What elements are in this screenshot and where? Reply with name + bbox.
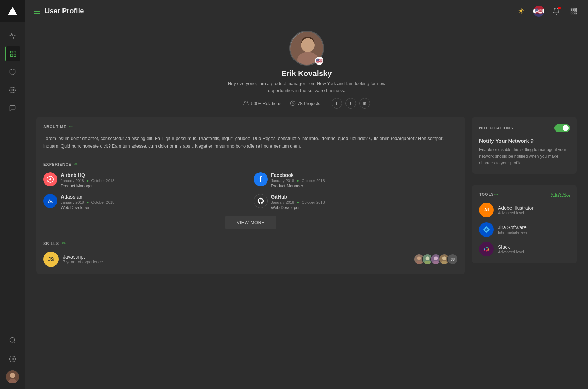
experience-divider xyxy=(43,235,458,235)
facebook-logo: f xyxy=(254,172,268,186)
slack-info: Slack Advanced level xyxy=(498,244,524,254)
exp-facebook: f Facebook January 2018 ● October 2018 P… xyxy=(254,172,459,188)
svg-point-51 xyxy=(487,247,488,248)
sidebar-item-activity[interactable] xyxy=(5,28,20,43)
search-icon xyxy=(9,337,16,344)
atlassian-icon xyxy=(46,197,54,205)
user-avatar-small[interactable] xyxy=(6,370,19,383)
about-edit-icon[interactable]: ✏ xyxy=(69,124,73,129)
skill-js-avatars: 38 xyxy=(414,254,458,265)
sidebar-item-search[interactable] xyxy=(5,332,20,348)
sidebar xyxy=(0,0,25,389)
github-details: GitHub January 2018 ● October 2018 Web D… xyxy=(271,194,325,210)
svg-point-52 xyxy=(487,250,489,251)
atlassian-dates: January 2018 ● October 2018 xyxy=(61,200,114,204)
ai-level: Advanced level xyxy=(498,211,534,215)
slack-level: Advanced level xyxy=(498,250,524,254)
facebook-company: Facebook xyxy=(271,172,325,178)
atlassian-role: Web Developer xyxy=(61,205,114,210)
airbnb-company: Airbnb HQ xyxy=(61,172,114,178)
view-more-button[interactable]: VIEW MORE xyxy=(225,216,276,229)
notification-dot xyxy=(558,7,561,9)
sidebar-item-settings[interactable] xyxy=(5,351,20,367)
cpu-icon xyxy=(9,87,16,93)
tools-label: TOOLS xyxy=(479,192,494,196)
github-logo xyxy=(254,194,268,208)
svg-point-35 xyxy=(417,256,421,260)
notifications-header: NOTIFICATIONS xyxy=(479,124,570,132)
svg-rect-24 xyxy=(573,10,574,12)
sidebar-item-box[interactable] xyxy=(5,64,20,80)
github-role: Web Developer xyxy=(271,205,325,210)
menu-button[interactable] xyxy=(34,9,40,14)
sun-button[interactable]: ☀ xyxy=(515,5,527,17)
skill-js-badge: JS xyxy=(43,252,59,267)
twitter-link[interactable]: t xyxy=(345,98,356,109)
ai-logo: Ai xyxy=(479,203,494,217)
skills-edit-icon[interactable]: ✏ xyxy=(62,241,66,246)
github-dates: January 2018 ● October 2018 xyxy=(271,200,325,204)
header-left: User Profile xyxy=(34,7,84,15)
header-right: ☀ 🇺🇸 xyxy=(515,5,580,17)
about-text: Lorem ipsum dolor sit amet, consectetur … xyxy=(43,135,458,150)
sidebar-item-messages[interactable] xyxy=(5,100,20,116)
notifications-button[interactable] xyxy=(550,5,562,17)
flag-icon: 🇺🇸 xyxy=(533,6,544,17)
github-company: GitHub xyxy=(271,194,325,200)
social-links: f t in xyxy=(332,98,370,109)
tools-edit-icon[interactable]: ✏ xyxy=(494,192,498,197)
hamburger-line-1 xyxy=(34,9,40,9)
two-column-layout: ABOUT ME ✏ Lorem ipsum dolor sit amet, c… xyxy=(36,117,577,274)
main-area: User Profile ☀ 🇺🇸 xyxy=(25,0,588,389)
experience-label: EXPERIENCE xyxy=(43,162,72,166)
ai-info: Adobe Illustrator Advanced level xyxy=(498,205,534,215)
svg-point-38 xyxy=(426,256,430,260)
slack-logo xyxy=(479,242,494,256)
page-title: User Profile xyxy=(45,7,84,15)
svg-rect-5 xyxy=(12,89,14,91)
sidebar-nav xyxy=(5,22,20,332)
sidebar-logo[interactable] xyxy=(0,0,25,22)
about-header: ABOUT ME ✏ xyxy=(43,124,458,129)
sun-icon: ☀ xyxy=(518,7,525,16)
ai-name: Adobe Illustrator xyxy=(498,205,534,211)
exp-atlassian: Atlassian January 2018 ● October 2018 We… xyxy=(43,194,248,210)
view-all-button[interactable]: VIEW ALL xyxy=(551,192,570,197)
facebook-dates: January 2018 ● October 2018 xyxy=(271,179,325,183)
svg-line-15 xyxy=(14,342,15,343)
linkedin-link[interactable]: in xyxy=(359,98,370,109)
hamburger-line-3 xyxy=(34,13,40,14)
notifications-toggle[interactable] xyxy=(554,124,570,132)
notifications-label: NOTIFICATIONS xyxy=(479,126,513,130)
svg-rect-0 xyxy=(10,51,13,53)
svg-rect-23 xyxy=(571,10,572,12)
jira-info: Jira Software Intermediate level xyxy=(498,225,528,234)
profile-avatar-container: 🇺🇸 xyxy=(289,31,324,66)
activity-icon xyxy=(9,32,16,39)
exp-github: GitHub January 2018 ● October 2018 Web D… xyxy=(254,194,459,210)
airbnb-role: Product Manager xyxy=(61,184,114,188)
facebook-link[interactable]: f xyxy=(332,98,342,109)
relations-stat: 500+ Relations xyxy=(243,100,281,106)
tool-adobe-illustrator: Ai Adobe Illustrator Advanced level xyxy=(479,203,570,217)
apps-button[interactable] xyxy=(568,5,580,17)
about-label: ABOUT ME xyxy=(43,125,67,129)
experience-edit-icon[interactable]: ✏ xyxy=(74,162,78,167)
projects-stat: 78 Projects xyxy=(290,100,320,106)
relations-icon xyxy=(243,100,249,106)
airbnb-logo xyxy=(43,172,57,186)
notify-network-title: Notify Your Network ? xyxy=(479,138,570,144)
exp-airbnb: Airbnb HQ January 2018 ● October 2018 Pr… xyxy=(43,172,248,188)
notify-network-description: Enable or disable this setting to manage… xyxy=(479,147,570,167)
message-icon xyxy=(9,105,16,112)
user-avatar-image xyxy=(6,370,19,383)
sidebar-item-dashboard[interactable] xyxy=(5,46,20,61)
svg-rect-25 xyxy=(575,10,577,12)
flag-button[interactable]: 🇺🇸 xyxy=(533,5,545,17)
profile-header: 🇺🇸 Erik Kovalsky Hey everyone, Iam a pro… xyxy=(36,31,577,109)
relations-count: 500+ Relations xyxy=(251,101,281,106)
sidebar-item-cpu[interactable] xyxy=(5,82,20,98)
grid-icon xyxy=(10,50,17,57)
hamburger-line-2 xyxy=(34,11,40,12)
slack-name: Slack xyxy=(498,244,524,250)
